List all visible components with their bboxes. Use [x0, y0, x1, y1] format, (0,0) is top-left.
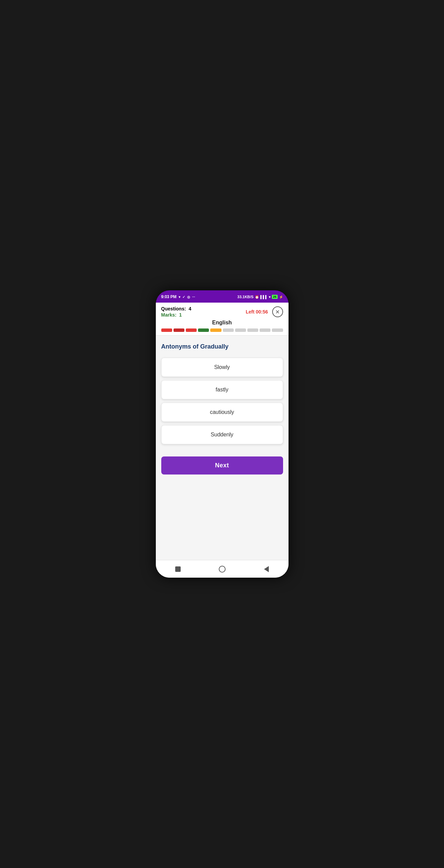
status-left: 9:03 PM ▾ ✓ ◎ ···: [161, 294, 195, 299]
option-1[interactable]: Slowly: [161, 358, 283, 377]
check-circle-icon: ✓: [182, 295, 185, 299]
next-button[interactable]: Next: [161, 456, 283, 475]
app-body: Questions: 4 Marks: 1 Left 00:56 ✕: [156, 303, 289, 578]
questions-label: Questions: 4: [161, 306, 192, 311]
progress-seg-9: [260, 328, 270, 332]
time-display: 9:03 PM: [161, 294, 177, 299]
progress-bar: [161, 328, 283, 335]
progress-seg-7: [235, 328, 246, 332]
marks-label: Marks: 1: [161, 312, 192, 318]
app-header: Questions: 4 Marks: 1 Left 00:56 ✕: [156, 303, 289, 336]
dnd-icon: ◎: [187, 295, 190, 299]
marks-value: 1: [179, 312, 182, 318]
home-button[interactable]: [174, 565, 182, 573]
option-4[interactable]: Suddenly: [161, 425, 283, 444]
questions-info: Questions: 4 Marks: 1: [161, 306, 192, 318]
circle-icon: [219, 566, 226, 573]
progress-seg-1: [161, 328, 172, 332]
progress-seg-3: [186, 328, 197, 332]
questions-count: 4: [188, 306, 191, 311]
header-right: Left 00:56 ✕: [246, 306, 283, 317]
timer-display: Left 00:56: [246, 309, 268, 315]
progress-seg-8: [247, 328, 258, 332]
battery-indicator: 25: [272, 295, 277, 299]
progress-seg-10: [272, 328, 283, 332]
back-button[interactable]: [263, 565, 270, 573]
recents-button[interactable]: [218, 565, 226, 573]
wifi-status-icon: ▾: [269, 295, 270, 299]
option-4-text: Suddenly: [211, 432, 233, 437]
option-3[interactable]: cautiously: [161, 403, 283, 422]
signal-icon: ▌▌▌: [260, 295, 267, 299]
main-content: Antonyms of Gradually Slowly fastly caut…: [156, 336, 289, 560]
back-icon: [264, 566, 269, 572]
progress-seg-6: [223, 328, 234, 332]
progress-seg-2: [174, 328, 184, 332]
charging-icon: ⚡: [279, 295, 283, 299]
option-1-text: Slowly: [214, 364, 230, 370]
progress-seg-4: [198, 328, 209, 332]
option-2-text: fastly: [216, 387, 228, 392]
status-right: 33.1KB/S ⏰ ▌▌▌ ▾ 25 ⚡: [237, 295, 283, 299]
wifi-icon: ▾: [179, 295, 180, 299]
question-text: Antonyms of Gradually: [161, 342, 283, 351]
subject-title: English: [161, 320, 283, 326]
close-icon: ✕: [275, 309, 280, 315]
status-bar: 9:03 PM ▾ ✓ ◎ ··· 33.1KB/S ⏰ ▌▌▌ ▾ 25 ⚡: [156, 290, 289, 303]
header-top: Questions: 4 Marks: 1 Left 00:56 ✕: [161, 306, 283, 318]
options-container: Slowly fastly cautiously Suddenly: [161, 358, 283, 444]
phone-frame: 9:03 PM ▾ ✓ ◎ ··· 33.1KB/S ⏰ ▌▌▌ ▾ 25 ⚡ …: [156, 290, 289, 578]
alarm-icon: ⏰: [255, 295, 259, 299]
close-button[interactable]: ✕: [272, 306, 283, 317]
data-speed: 33.1KB/S: [237, 295, 254, 299]
option-3-text: cautiously: [210, 409, 234, 415]
nav-bar: [156, 560, 289, 578]
dots-icon: ···: [192, 295, 195, 299]
option-2[interactable]: fastly: [161, 380, 283, 399]
square-icon: [175, 566, 181, 572]
progress-seg-5: [210, 328, 221, 332]
